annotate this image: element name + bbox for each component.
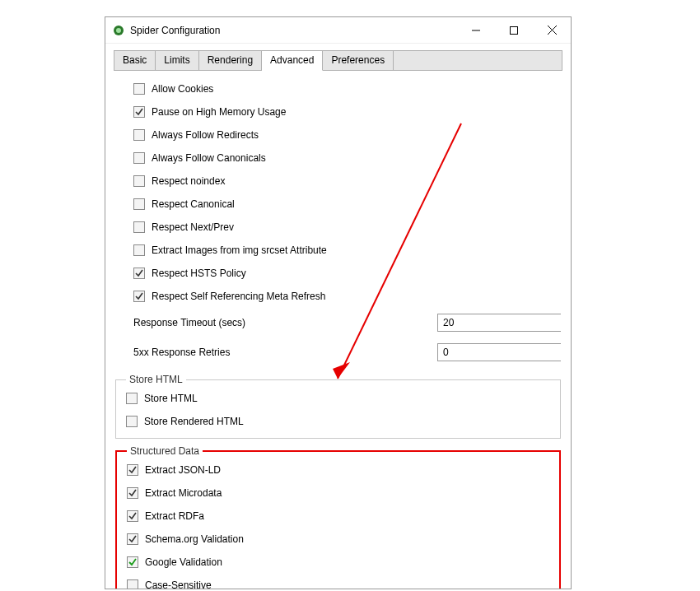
row-retries: 5xx Response Retries (115, 337, 561, 367)
tab-limits[interactable]: Limits (156, 51, 198, 70)
row-extract-srcset: Extract Images from img srcset Attribute (115, 239, 561, 262)
row-schema-val: Schema.org Validation (122, 528, 554, 551)
tab-advanced[interactable]: Advanced (262, 51, 323, 71)
maximize-button[interactable] (495, 17, 533, 43)
window-title: Spider Configuration (130, 25, 457, 36)
checkbox-allow-cookies[interactable] (133, 83, 145, 95)
tab-basic[interactable]: Basic (114, 51, 156, 70)
checkbox-extract-srcset[interactable] (133, 244, 145, 256)
label-pause-high-mem: Pause on High Memory Usage (152, 106, 286, 118)
label-google-val: Google Validation (145, 556, 222, 568)
row-respect-self-refresh: Respect Self Referencing Meta Refresh (115, 285, 561, 308)
tab-rendering[interactable]: Rendering (199, 51, 262, 70)
checkbox-follow-redirects[interactable] (133, 129, 145, 141)
row-jsonld: Extract JSON-LD (122, 458, 554, 482)
row-respect-canonical: Respect Canonical (115, 193, 561, 216)
checkbox-respect-canonical[interactable] (133, 198, 145, 210)
label-allow-cookies: Allow Cookies (152, 83, 213, 95)
row-rdfa: Extract RDFa (122, 505, 554, 528)
label-follow-redirects: Always Follow Redirects (152, 129, 259, 141)
checkbox-case-sensitive[interactable] (127, 579, 138, 589)
row-microdata: Extract Microdata (122, 482, 554, 505)
input-response-timeout[interactable] (438, 314, 571, 331)
row-case-sensitive: Case-Sensitive (122, 574, 554, 589)
checkbox-respect-noindex[interactable] (133, 175, 145, 187)
label-case-sensitive: Case-Sensitive (145, 579, 212, 589)
spinner-response-timeout[interactable] (437, 314, 561, 332)
label-rdfa: Extract RDFa (145, 510, 204, 522)
row-google-val: Google Validation (122, 551, 554, 574)
row-respect-noindex: Respect noindex (115, 170, 561, 193)
titlebar: Spider Configuration (105, 17, 571, 44)
app-icon (112, 24, 125, 37)
row-respect-hsts: Respect HSTS Policy (115, 262, 561, 285)
row-pause-high-mem: Pause on High Memory Usage (115, 100, 561, 123)
close-button[interactable] (533, 17, 571, 43)
row-respect-nextprev: Respect Next/Prev (115, 216, 561, 239)
label-respect-hsts: Respect HSTS Policy (152, 268, 246, 279)
label-microdata: Extract Microdata (145, 487, 222, 499)
label-response-timeout: Response Timeout (secs) (133, 317, 437, 328)
tab-filler (394, 51, 562, 70)
checkbox-respect-self-refresh[interactable] (133, 291, 145, 302)
legend-structured-data: Structured Data (127, 445, 203, 457)
row-allow-cookies: Allow Cookies (115, 77, 561, 100)
tab-bar: Basic Limits Rendering Advanced Preferen… (114, 50, 562, 71)
window-controls (457, 17, 571, 43)
label-respect-canonical: Respect Canonical (152, 198, 235, 210)
checkbox-rdfa[interactable] (127, 510, 138, 522)
row-response-timeout: Response Timeout (secs) (115, 308, 561, 337)
label-respect-self-refresh: Respect Self Referencing Meta Refresh (152, 291, 325, 302)
tab-preferences[interactable]: Preferences (323, 51, 394, 70)
label-store-html: Store HTML (144, 393, 198, 404)
legend-store-html: Store HTML (126, 374, 186, 385)
row-store-html: Store HTML (121, 387, 555, 410)
checkbox-microdata[interactable] (127, 487, 138, 499)
checkbox-follow-canonicals[interactable] (133, 152, 145, 164)
svg-rect-3 (511, 26, 518, 34)
label-store-rendered: Store Rendered HTML (144, 416, 244, 427)
checkbox-google-val[interactable] (127, 556, 138, 568)
checkbox-respect-nextprev[interactable] (133, 221, 145, 233)
checkbox-schema-val[interactable] (127, 533, 138, 545)
checkbox-store-html[interactable] (126, 393, 138, 404)
label-jsonld: Extract JSON-LD (145, 464, 221, 476)
label-schema-val: Schema.org Validation (145, 533, 244, 545)
input-retries[interactable] (438, 344, 571, 361)
label-follow-canonicals: Always Follow Canonicals (152, 152, 266, 164)
row-follow-redirects: Always Follow Redirects (115, 123, 561, 147)
svg-point-1 (116, 28, 121, 33)
minimize-button[interactable] (457, 17, 495, 43)
label-respect-noindex: Respect noindex (152, 175, 225, 187)
label-extract-srcset: Extract Images from img srcset Attribute (152, 244, 327, 256)
checkbox-respect-hsts[interactable] (133, 268, 145, 279)
row-store-rendered: Store Rendered HTML (121, 410, 555, 433)
checkbox-jsonld[interactable] (127, 464, 138, 476)
fieldset-store-html: Store HTML Store HTML Store Rendered HTM… (115, 374, 561, 439)
config-window: Spider Configuration Basic Limits Render… (105, 16, 572, 589)
spinner-retries[interactable] (437, 343, 561, 361)
checkbox-pause-high-mem[interactable] (133, 106, 145, 118)
label-retries: 5xx Response Retries (133, 347, 437, 358)
row-follow-canonicals: Always Follow Canonicals (115, 147, 561, 170)
label-respect-nextprev: Respect Next/Prev (152, 221, 234, 233)
fieldset-structured-data: Structured Data Extract JSON-LD Extract … (115, 445, 561, 589)
checkbox-store-rendered[interactable] (126, 416, 138, 427)
tab-content-advanced: Allow Cookies Pause on High Memory Usage… (105, 71, 571, 589)
